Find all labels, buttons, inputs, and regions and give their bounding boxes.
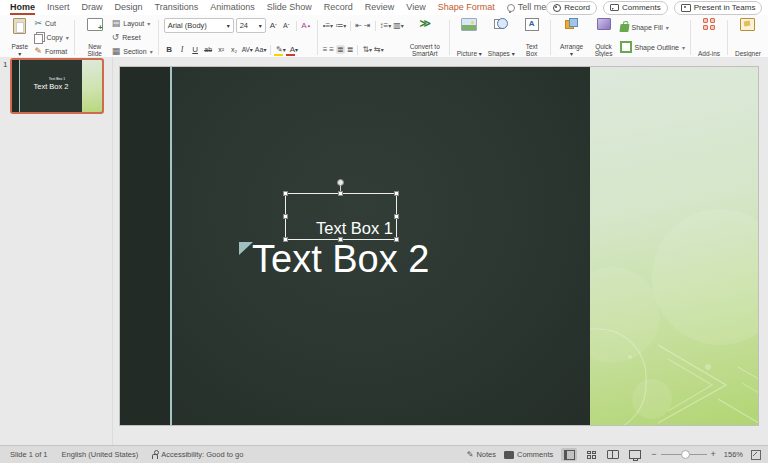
present-in-teams-button[interactable]: Present in Teams xyxy=(674,1,763,15)
normal-view-button[interactable] xyxy=(561,448,577,461)
highlight-color-button[interactable]: ✎ xyxy=(275,44,286,56)
shrink-font-button[interactable]: Aˇ xyxy=(281,20,292,32)
section-button[interactable]: ▦ Section xyxy=(112,46,153,57)
italic-button[interactable]: I xyxy=(177,44,188,56)
group-divider xyxy=(690,20,691,55)
font-color-button[interactable]: A xyxy=(288,44,299,56)
bold-button[interactable]: B xyxy=(164,44,175,56)
slide-sorter-view-button[interactable] xyxy=(583,448,599,461)
picture-button[interactable]: Picture xyxy=(455,17,484,58)
line-spacing-button[interactable]: ↕≡ xyxy=(380,21,392,30)
zoom-slider[interactable] xyxy=(661,454,707,455)
record-button[interactable]: Record xyxy=(546,1,597,15)
font-size-select[interactable]: 24 xyxy=(236,18,266,33)
resize-handle-sw[interactable] xyxy=(283,237,288,242)
thumb-right-art xyxy=(82,60,102,112)
arrange-button[interactable]: Arrange xyxy=(556,17,588,58)
new-slide-button[interactable]: New Slide xyxy=(80,17,110,58)
tab-draw[interactable]: Draw xyxy=(82,0,103,15)
columns-button[interactable]: ▥ xyxy=(393,21,404,30)
resize-handle-nw[interactable] xyxy=(283,191,288,196)
accessibility-status[interactable]: Accessibility: Good to go xyxy=(152,450,243,459)
designer-label: Designer xyxy=(735,50,761,57)
slide[interactable]: Text Box 2 Text Box 1 xyxy=(120,67,758,425)
resize-handle-e[interactable] xyxy=(394,214,399,219)
add-ins-button[interactable]: Add-ins xyxy=(696,17,722,58)
increase-indent-button[interactable]: ⇥ xyxy=(364,21,371,30)
decrease-indent-button[interactable]: ⇤ xyxy=(355,21,362,30)
comments-panel-button[interactable]: Comments xyxy=(504,450,553,459)
shapes-button[interactable]: Shapes xyxy=(486,17,517,58)
resize-handle-ne[interactable] xyxy=(394,191,399,196)
align-center-button[interactable]: ≡ xyxy=(329,45,334,54)
tab-design[interactable]: Design xyxy=(115,0,143,15)
tab-animations[interactable]: Animations xyxy=(210,0,255,15)
textbox-1-selection[interactable]: Text Box 1 xyxy=(285,193,397,240)
justify-button[interactable]: ≣ xyxy=(347,45,354,54)
convert-to-smartart-button[interactable]: ≫ Convert to SmartArt xyxy=(406,17,444,58)
rotation-handle[interactable] xyxy=(337,179,344,186)
tab-home[interactable]: Home xyxy=(10,0,35,15)
zoom-percentage[interactable]: 156% xyxy=(724,450,743,459)
tab-view[interactable]: View xyxy=(406,0,425,15)
align-left-button[interactable]: ≡ xyxy=(323,45,328,54)
subscript-button[interactable]: x₂ xyxy=(229,44,240,56)
change-case-button[interactable]: Aa xyxy=(255,44,267,56)
slide-thumbnail[interactable]: Text Box 1 Text Box 2 xyxy=(10,58,104,114)
resize-handle-n[interactable] xyxy=(338,191,343,196)
align-text-button[interactable]: ⇆ xyxy=(374,45,384,54)
divider xyxy=(270,45,271,55)
reset-icon: ↺ xyxy=(112,33,120,42)
grow-font-button[interactable]: Aˆ xyxy=(268,20,279,32)
quick-styles-button[interactable]: Quick Styles xyxy=(590,17,618,58)
textbox-1-text[interactable]: Text Box 1 xyxy=(316,219,393,238)
fit-slide-to-window-icon[interactable] xyxy=(751,450,761,460)
numbering-button[interactable]: ≔ xyxy=(335,21,346,30)
comments-button[interactable]: Comments xyxy=(603,1,668,15)
tab-review[interactable]: Review xyxy=(365,0,395,15)
align-right-button[interactable]: ≣ xyxy=(336,45,345,54)
slide-show-button[interactable] xyxy=(627,448,643,461)
paste-icon xyxy=(13,18,26,34)
scissors-icon: ✂ xyxy=(34,19,42,28)
resize-handle-se[interactable] xyxy=(394,237,399,242)
notes-button[interactable]: ✎ Notes xyxy=(467,450,496,459)
chevron-down-icon xyxy=(682,44,685,51)
highlight-color-swatch xyxy=(274,54,283,56)
underline-button[interactable]: U xyxy=(190,44,201,56)
language-selector[interactable]: English (United States) xyxy=(62,450,139,459)
reading-view-button[interactable] xyxy=(605,448,621,461)
zoom-out-button[interactable]: − xyxy=(651,450,656,459)
layout-button[interactable]: ▤ Layout xyxy=(112,18,153,29)
shape-fill-button[interactable]: Shape Fill xyxy=(620,22,685,33)
paste-label: Paste xyxy=(11,43,28,50)
character-spacing-button[interactable]: AV xyxy=(242,44,253,56)
tab-insert[interactable]: Insert xyxy=(47,0,70,15)
clear-formatting-button[interactable]: A✦ xyxy=(301,20,312,32)
zoom-slider-knob[interactable] xyxy=(681,450,690,459)
paste-button[interactable]: Paste xyxy=(7,17,32,58)
superscript-button[interactable]: x² xyxy=(216,44,227,56)
bullets-button[interactable]: •≡ xyxy=(323,21,333,30)
strikethrough-button[interactable]: ab xyxy=(203,44,214,56)
zoom-in-button[interactable]: + xyxy=(711,450,716,459)
textbox-2[interactable]: Text Box 2 xyxy=(252,238,429,281)
shape-outline-button[interactable]: Shape Outline xyxy=(620,42,685,53)
tab-tell-me[interactable]: Tell me xyxy=(507,0,547,15)
tab-transitions[interactable]: Transitions xyxy=(155,0,199,15)
tab-slide-show[interactable]: Slide Show xyxy=(267,0,312,15)
copy-button[interactable]: Copy xyxy=(34,32,68,43)
resize-handle-s[interactable] xyxy=(338,237,343,242)
tab-shape-format[interactable]: Shape Format xyxy=(438,0,495,15)
shape-fill-icon xyxy=(619,24,629,32)
cut-button[interactable]: ✂ Cut xyxy=(34,18,68,29)
tab-record[interactable]: Record xyxy=(324,0,353,15)
reset-button[interactable]: ↺ Reset xyxy=(112,32,153,43)
designer-button[interactable]: Designer xyxy=(733,17,763,58)
font-name-select[interactable]: Arial (Body) xyxy=(164,18,234,33)
text-direction-button[interactable]: ⇅ xyxy=(362,45,372,54)
resize-handle-w[interactable] xyxy=(283,214,288,219)
change-case-label: Aa xyxy=(255,46,264,53)
format-painter-button[interactable]: ✎ Format xyxy=(34,46,68,57)
text-box-button[interactable]: A Text Box xyxy=(519,17,545,58)
